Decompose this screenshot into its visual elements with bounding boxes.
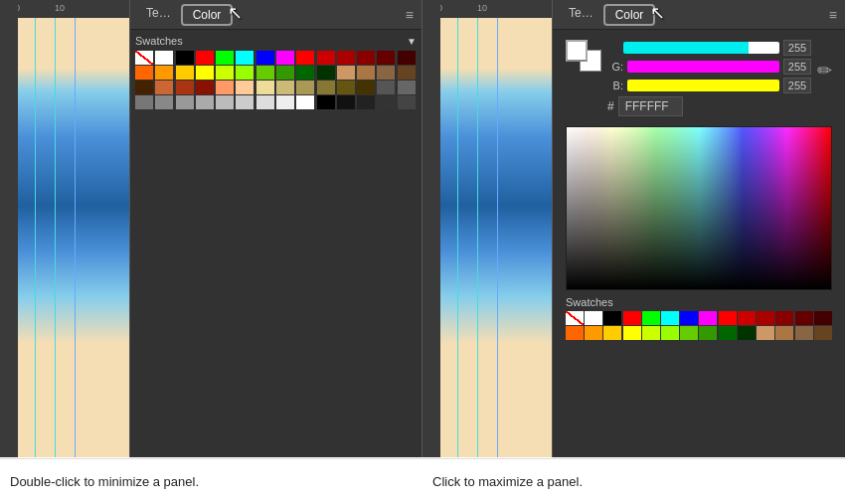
- right-swatch-13[interactable]: [814, 311, 832, 325]
- left-swatches-menu[interactable]: ▼: [407, 36, 417, 47]
- left-swatch-44[interactable]: [176, 95, 194, 109]
- left-swatch-3[interactable]: [196, 51, 214, 65]
- right-swatch-7[interactable]: [699, 311, 717, 325]
- left-panel-menu-icon[interactable]: ≡: [406, 7, 414, 23]
- left-swatch-6[interactable]: [256, 51, 274, 65]
- left-swatch-30[interactable]: [176, 81, 194, 94]
- right-swatch-26[interactable]: [795, 326, 813, 340]
- right-swatch-11[interactable]: [775, 311, 793, 325]
- left-swatch-35[interactable]: [276, 81, 294, 94]
- right-swatch-17[interactable]: [623, 326, 641, 340]
- left-swatch-19[interactable]: [236, 66, 254, 80]
- right-swatch-24[interactable]: [757, 326, 774, 340]
- right-swatch-0[interactable]: [566, 311, 584, 325]
- g-value[interactable]: 255: [783, 59, 811, 75]
- left-swatch-9[interactable]: [317, 51, 335, 65]
- left-swatch-13[interactable]: [398, 51, 416, 65]
- b-slider-track[interactable]: [627, 80, 779, 91]
- left-swatch-31[interactable]: [196, 81, 214, 94]
- left-swatch-53[interactable]: [357, 95, 375, 109]
- left-swatch-11[interactable]: [357, 51, 375, 65]
- right-swatch-10[interactable]: [757, 311, 774, 325]
- left-swatch-8[interactable]: [296, 51, 314, 65]
- left-swatch-51[interactable]: [317, 95, 335, 109]
- left-swatch-43[interactable]: [155, 95, 173, 109]
- left-swatch-46[interactable]: [216, 95, 234, 109]
- left-swatch-49[interactable]: [276, 95, 294, 109]
- left-swatch-36[interactable]: [296, 81, 314, 94]
- left-swatch-52[interactable]: [337, 95, 355, 109]
- left-swatch-16[interactable]: [176, 66, 194, 80]
- right-swatch-19[interactable]: [661, 326, 679, 340]
- right-swatch-22[interactable]: [719, 326, 737, 340]
- right-swatch-18[interactable]: [642, 326, 660, 340]
- right-swatch-3[interactable]: [623, 311, 641, 325]
- left-swatch-39[interactable]: [357, 81, 375, 94]
- left-swatch-38[interactable]: [337, 81, 355, 94]
- right-swatch-25[interactable]: [775, 326, 793, 340]
- right-swatch-12[interactable]: [795, 311, 813, 325]
- left-swatch-27[interactable]: [398, 66, 416, 80]
- left-swatch-40[interactable]: [377, 81, 395, 94]
- right-swatch-5[interactable]: [661, 311, 679, 325]
- left-swatch-32[interactable]: [216, 81, 234, 94]
- left-swatch-28[interactable]: [135, 81, 153, 94]
- right-swatch-2[interactable]: [603, 311, 621, 325]
- left-swatch-0[interactable]: [135, 51, 153, 65]
- left-swatch-45[interactable]: [196, 95, 214, 109]
- right-swatch-14[interactable]: [566, 326, 584, 340]
- dropper-tool[interactable]: ✏: [817, 60, 832, 82]
- right-panel-menu-icon[interactable]: ≡: [829, 7, 837, 23]
- color-spectrum[interactable]: [566, 126, 832, 290]
- left-swatch-15[interactable]: [155, 66, 173, 80]
- right-swatch-21[interactable]: [699, 326, 717, 340]
- right-swatch-4[interactable]: [642, 311, 660, 325]
- right-tab-color[interactable]: Color ↖: [603, 4, 656, 26]
- left-swatch-23[interactable]: [317, 66, 335, 80]
- right-swatch-1[interactable]: [585, 311, 602, 325]
- right-tab-text[interactable]: Te…: [561, 4, 601, 26]
- left-swatch-1[interactable]: [155, 51, 173, 65]
- left-swatch-25[interactable]: [357, 66, 375, 80]
- left-swatch-12[interactable]: [377, 51, 395, 65]
- left-swatch-29[interactable]: [155, 81, 173, 94]
- left-swatch-14[interactable]: [135, 66, 153, 80]
- left-swatch-54[interactable]: [377, 95, 395, 109]
- left-swatch-5[interactable]: [236, 51, 254, 65]
- left-swatch-34[interactable]: [256, 81, 274, 94]
- right-swatch-16[interactable]: [603, 326, 621, 340]
- left-swatch-42[interactable]: [135, 95, 153, 109]
- left-tab-color[interactable]: Color ↖: [181, 4, 234, 26]
- left-swatch-47[interactable]: [236, 95, 254, 109]
- left-swatch-48[interactable]: [256, 95, 274, 109]
- right-swatch-15[interactable]: [585, 326, 602, 340]
- left-swatch-17[interactable]: [196, 66, 214, 80]
- right-swatch-9[interactable]: [738, 311, 756, 325]
- left-swatch-20[interactable]: [256, 66, 274, 80]
- right-swatch-27[interactable]: [814, 326, 832, 340]
- right-swatch-8[interactable]: [719, 311, 737, 325]
- left-swatch-33[interactable]: [236, 81, 254, 94]
- r-value[interactable]: 255: [783, 40, 811, 56]
- left-swatch-7[interactable]: [276, 51, 294, 65]
- fg-color-box[interactable]: [566, 40, 588, 62]
- right-swatch-23[interactable]: [738, 326, 756, 340]
- right-swatch-6[interactable]: [680, 311, 698, 325]
- g-slider-track[interactable]: [627, 61, 779, 73]
- left-swatch-21[interactable]: [276, 66, 294, 80]
- left-swatch-50[interactable]: [296, 95, 314, 109]
- left-swatch-37[interactable]: [317, 81, 335, 94]
- b-value[interactable]: 255: [783, 78, 811, 93]
- left-swatch-10[interactable]: [337, 51, 355, 65]
- left-tab-text[interactable]: Te…: [138, 4, 179, 26]
- hex-input[interactable]: FFFFFF: [618, 96, 683, 116]
- left-swatch-18[interactable]: [216, 66, 234, 80]
- fg-bg-box[interactable]: [566, 40, 601, 72]
- left-swatch-4[interactable]: [216, 51, 234, 65]
- right-swatch-20[interactable]: [680, 326, 698, 340]
- left-swatch-22[interactable]: [296, 66, 314, 80]
- left-swatch-55[interactable]: [398, 95, 416, 109]
- r-slider-track[interactable]: [623, 42, 779, 54]
- left-swatch-26[interactable]: [377, 66, 395, 80]
- left-swatch-41[interactable]: [398, 81, 416, 94]
